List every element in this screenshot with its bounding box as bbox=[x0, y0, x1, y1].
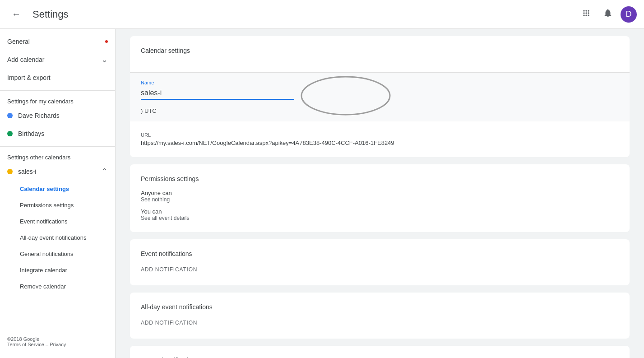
permission-row-anyone: Anyone can See nothing bbox=[141, 190, 619, 203]
calendar-settings-card: Calendar settings Name ) UTC URL https:/… bbox=[130, 36, 630, 157]
chevron-up-icon: ⌃ bbox=[101, 167, 108, 177]
integrate-calendar-sub-label: Integrate calendar bbox=[20, 267, 67, 274]
sidebar-sub-permissions-settings[interactable]: Permissions settings bbox=[0, 197, 115, 213]
sidebar-item-dave-richards[interactable]: Dave Richards bbox=[0, 107, 115, 125]
calendar-settings-sub-label: Calendar settings bbox=[20, 186, 69, 192]
general-notifications-card: General notifications New events Someone… bbox=[130, 346, 630, 358]
sidebar-item-add-calendar[interactable]: Add calendar ⌄ bbox=[0, 51, 115, 69]
birthdays-label: Birthdays bbox=[18, 130, 108, 137]
green-dot-icon bbox=[7, 131, 13, 136]
sidebar-footer: ©2018 Google Terms of Service – Privacy bbox=[0, 329, 115, 354]
allday-notifications-card: All-day event notifications ADD NOTIFICA… bbox=[130, 293, 630, 339]
general-notifications-section: General notifications New events Someone… bbox=[130, 346, 630, 358]
sidebar-sub-allday-notifications[interactable]: All-day event notifications bbox=[0, 229, 115, 246]
you-see-label: See all event details bbox=[141, 215, 619, 221]
permissions-card: Permissions settings Anyone can See noth… bbox=[130, 164, 630, 232]
calendar-settings-title: Calendar settings bbox=[141, 47, 619, 54]
event-notifications-card: Event notifications ADD NOTIFICATION bbox=[130, 239, 630, 285]
user-avatar[interactable]: D bbox=[621, 6, 637, 23]
my-calendars-header: Settings for my calendars bbox=[0, 94, 115, 107]
timezone-row: ) UTC bbox=[141, 107, 619, 114]
permissions-title: Permissions settings bbox=[141, 175, 619, 182]
event-notifications-sub-label: Event notifications bbox=[20, 218, 68, 225]
orange-dot-icon bbox=[7, 169, 13, 174]
remove-calendar-sub-label: Remove calendar bbox=[20, 283, 66, 290]
sidebar-item-general[interactable]: General bbox=[0, 33, 115, 51]
url-value: https://my.sales-i.com/NET/GoogleCalenda… bbox=[141, 139, 619, 146]
bell-icon bbox=[603, 8, 613, 20]
sidebar-divider-1 bbox=[0, 90, 115, 91]
main-content: Calendar settings Name ) UTC URL https:/… bbox=[116, 29, 644, 358]
permissions-section: Permissions settings Anyone can See noth… bbox=[130, 164, 630, 232]
allday-notifications-sub-label: All-day event notifications bbox=[20, 234, 86, 241]
back-button[interactable]: ← bbox=[7, 5, 25, 23]
sidebar-item-birthdays[interactable]: Birthdays bbox=[0, 125, 115, 143]
permission-row-you: You can See all event details bbox=[141, 208, 619, 221]
sidebar-sub-remove-calendar[interactable]: Remove calendar bbox=[0, 278, 115, 294]
anyone-see-label: See nothing bbox=[141, 196, 619, 203]
red-dot-icon bbox=[105, 40, 108, 43]
you-can-label: You can bbox=[141, 208, 619, 215]
add-allday-notification-button[interactable]: ADD NOTIFICATION bbox=[141, 318, 619, 328]
footer-links: Terms of Service – Privacy bbox=[7, 342, 108, 347]
avatar-letter: D bbox=[626, 9, 632, 19]
apps-icon bbox=[582, 9, 591, 20]
anyone-can-label: Anyone can bbox=[141, 190, 619, 196]
name-field-label: Name bbox=[141, 80, 619, 85]
blue-dot-icon bbox=[7, 113, 13, 118]
apps-button[interactable] bbox=[577, 5, 595, 23]
header: ← Settings D bbox=[0, 0, 644, 29]
sidebar-sub-calendar-settings[interactable]: Calendar settings bbox=[0, 181, 115, 197]
sidebar-sub-general-notifications[interactable]: General notifications bbox=[0, 246, 115, 262]
notifications-button[interactable] bbox=[599, 5, 617, 23]
sidebar-sub-event-notifications[interactable]: Event notifications bbox=[0, 213, 115, 229]
page-title: Settings bbox=[32, 9, 69, 20]
card-section-title: Calendar settings bbox=[130, 36, 630, 73]
back-icon: ← bbox=[12, 9, 21, 19]
url-label: URL bbox=[141, 132, 619, 138]
add-notification-button[interactable]: ADD NOTIFICATION bbox=[141, 265, 619, 274]
footer-dash: – bbox=[46, 342, 50, 347]
event-notifications-title: Event notifications bbox=[141, 250, 619, 257]
timezone-text: ) UTC bbox=[141, 107, 157, 114]
general-notifications-sub-label: General notifications bbox=[20, 251, 74, 257]
import-export-label: Import & export bbox=[7, 74, 108, 81]
footer-copyright: ©2018 Google bbox=[7, 336, 108, 342]
allday-notifications-title: All-day event notifications bbox=[141, 303, 619, 311]
general-label: General bbox=[7, 38, 104, 45]
url-section: URL https://my.sales-i.com/NET/GoogleCal… bbox=[130, 121, 630, 157]
name-input[interactable] bbox=[141, 87, 294, 100]
add-calendar-label: Add calendar bbox=[7, 56, 101, 63]
allday-notifications-section: All-day event notifications ADD NOTIFICA… bbox=[130, 293, 630, 339]
tos-link[interactable]: Terms of Service bbox=[7, 342, 44, 347]
sidebar-sub-integrate-calendar[interactable]: Integrate calendar bbox=[0, 262, 115, 278]
other-calendars-header: Settings other calendars bbox=[0, 150, 115, 163]
sidebar-divider-2 bbox=[0, 146, 115, 147]
event-notifications-section: Event notifications ADD NOTIFICATION bbox=[130, 239, 630, 285]
sidebar-item-import-export[interactable]: Import & export bbox=[0, 69, 115, 87]
header-icons: D bbox=[577, 5, 637, 23]
sidebar: General Add calendar ⌄ Import & export S… bbox=[0, 29, 116, 358]
sidebar-wrapper: General Add calendar ⌄ Import & export S… bbox=[0, 33, 115, 354]
name-section: Name ) UTC bbox=[130, 73, 630, 121]
privacy-link[interactable]: Privacy bbox=[50, 342, 66, 347]
sidebar-item-sales-i[interactable]: sales-i ⌃ bbox=[0, 163, 115, 181]
dave-richards-label: Dave Richards bbox=[18, 112, 108, 119]
permissions-settings-sub-label: Permissions settings bbox=[20, 202, 74, 209]
sales-i-label: sales-i bbox=[18, 168, 101, 175]
layout: General Add calendar ⌄ Import & export S… bbox=[0, 29, 644, 358]
chevron-down-icon: ⌄ bbox=[101, 55, 108, 65]
